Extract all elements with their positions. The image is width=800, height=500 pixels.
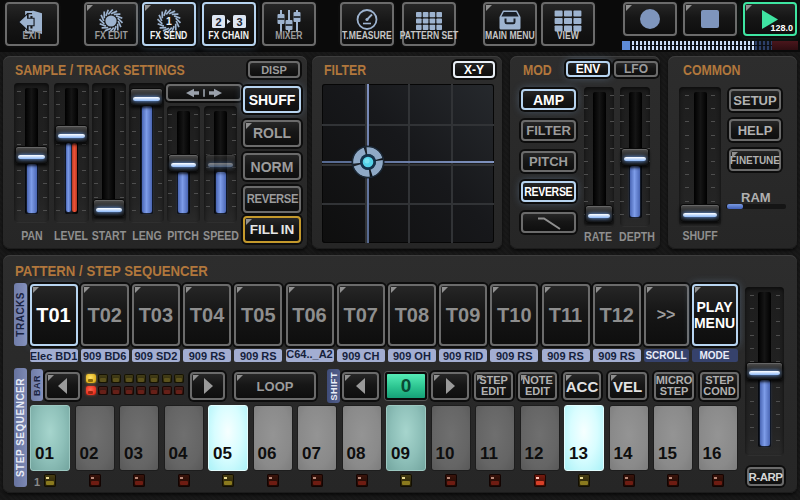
svg-text:2: 2 <box>215 16 221 28</box>
svg-text:1: 1 <box>166 15 172 27</box>
svg-text:3: 3 <box>236 16 242 28</box>
